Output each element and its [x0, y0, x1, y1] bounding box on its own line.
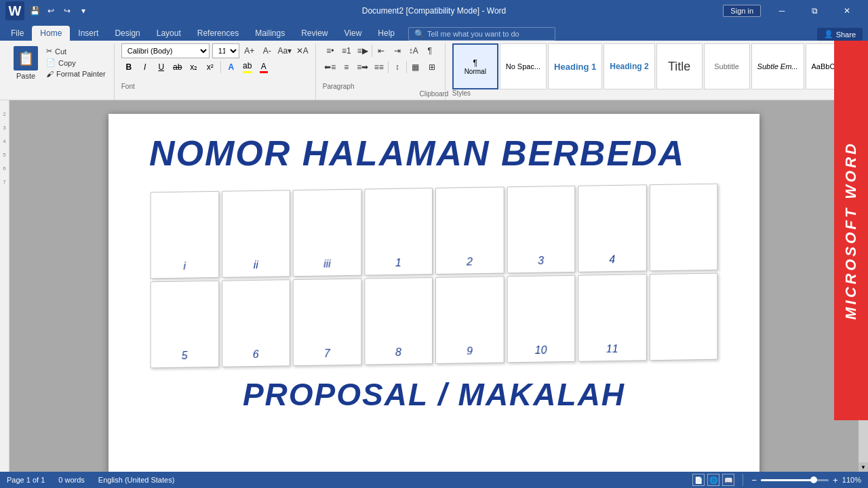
word-page[interactable]: NOMOR HALAMAN BERBEDA i ii iii 1 2 3 4 5…	[108, 114, 760, 472]
sort-button[interactable]: ↕A	[406, 43, 421, 58]
style-normal-icon: ¶	[473, 58, 477, 68]
style-no-spacing[interactable]: No Spac...	[500, 43, 547, 89]
shrink-font-button[interactable]: A-	[260, 43, 275, 58]
show-hide-button[interactable]: ¶	[422, 43, 437, 58]
para-row1: ≡• ≡1 ≡▶ ⇤ ⇥ ↕A ¶	[323, 43, 437, 58]
minimize-button[interactable]: ─	[766, 0, 797, 22]
text-effects-button[interactable]: A	[224, 60, 239, 75]
font-color-button[interactable]: A	[256, 60, 271, 75]
undo-quick-btn[interactable]: ↩	[45, 5, 57, 17]
zoom-out-button[interactable]: −	[751, 475, 757, 485]
clipboard-group-label: Clipboard	[0, 90, 868, 98]
pages-grid: i ii iii 1 2 3 4 5 6 7 8 9 10 11	[151, 184, 718, 369]
increase-indent-button[interactable]: ⇥	[390, 43, 405, 58]
tab-references[interactable]: References	[189, 26, 247, 41]
side-banner: MICROSOFT WORD	[834, 41, 868, 420]
customize-quick-btn[interactable]: ▾	[77, 5, 90, 17]
underline-button[interactable]: U	[154, 60, 169, 75]
tab-mailings[interactable]: Mailings	[247, 26, 293, 41]
change-case-button[interactable]: Aa▾	[277, 43, 292, 58]
bold-button[interactable]: B	[121, 60, 136, 75]
style-heading2-label: Heading 2	[610, 62, 648, 71]
mini-page-2: 2	[435, 187, 504, 275]
justify-button[interactable]: ≡≡	[372, 60, 387, 75]
restore-button[interactable]: ⧉	[799, 0, 830, 22]
font-name-select[interactable]: Calibri (Body)	[121, 43, 210, 58]
ribbon-tabs: File Home Insert Design Layout Reference…	[0, 22, 868, 41]
cut-button[interactable]: ✂ Cut	[43, 46, 108, 56]
ribbon-wrapper: 📋 Paste ✂ Cut 📄 Copy 🖌 Format Painter Cl…	[0, 41, 868, 100]
print-layout-view[interactable]: 📄	[692, 474, 705, 486]
clipboard-right: ✂ Cut 📄 Copy 🖌 Format Painter	[43, 43, 108, 79]
line-spacing-button[interactable]: ↕	[390, 60, 405, 75]
mini-page-10: 10	[507, 275, 575, 363]
style-heading1[interactable]: Heading 1	[548, 43, 602, 89]
mini-page-4: 4	[578, 184, 646, 272]
style-subtle-em[interactable]: Subtle Em...	[751, 43, 804, 89]
language: English (United States)	[98, 476, 175, 484]
tab-insert[interactable]: Insert	[70, 26, 106, 41]
numbering-button[interactable]: ≡1	[339, 43, 354, 58]
grow-font-button[interactable]: A+	[242, 43, 257, 58]
style-normal[interactable]: ¶ Normal	[452, 43, 498, 89]
window-controls: ─ ⧉ ✕	[766, 0, 863, 22]
mini-page-9: 9	[435, 277, 504, 365]
document-title: Document2 [Compatibility Mode] - Word	[362, 6, 507, 16]
mini-page-3: 3	[507, 186, 575, 274]
align-left-button[interactable]: ⬅≡	[323, 60, 338, 75]
ruler-mark-4: 4	[3, 134, 5, 148]
save-quick-btn[interactable]: 💾	[28, 5, 41, 17]
superscript-button[interactable]: x²	[203, 60, 218, 75]
italic-button[interactable]: I	[138, 60, 153, 75]
paste-button[interactable]: 📋 Paste	[8, 43, 43, 83]
style-no-spacing-label: No Spac...	[506, 62, 540, 70]
highlight-button[interactable]: ab	[240, 60, 255, 75]
borders-button[interactable]: ⊞	[425, 60, 439, 75]
style-subtitle[interactable]: Subtitle	[704, 43, 750, 89]
page-container: NOMOR HALAMAN BERBEDA i ii iii 1 2 3 4 5…	[9, 100, 859, 472]
copy-button[interactable]: 📄 Copy	[43, 58, 108, 68]
tab-view[interactable]: View	[336, 26, 370, 41]
tell-me-input[interactable]	[427, 30, 549, 38]
style-title[interactable]: Title	[656, 43, 703, 89]
zoom-slider-track[interactable]	[761, 479, 829, 481]
tab-layout[interactable]: Layout	[149, 26, 189, 41]
shading-button[interactable]: ▦	[408, 60, 423, 75]
tell-me-bar[interactable]: 🔍	[408, 27, 555, 41]
tab-help[interactable]: Help	[370, 26, 403, 41]
zoom-level: 110%	[842, 476, 861, 484]
subscript-button[interactable]: x₂	[186, 60, 201, 75]
style-heading2[interactable]: Heading 2	[604, 43, 654, 89]
mini-page-blank1	[649, 184, 717, 272]
decrease-indent-button[interactable]: ⇤	[374, 43, 389, 58]
zoom-bar: − + 110%	[751, 475, 861, 485]
align-right-button[interactable]: ≡➡	[355, 60, 370, 75]
font-size-select[interactable]: 11	[212, 43, 239, 58]
format-painter-icon: 🖌	[46, 70, 54, 78]
close-button[interactable]: ✕	[831, 0, 863, 22]
font-separator	[220, 61, 221, 73]
zoom-slider-thumb[interactable]	[810, 476, 817, 483]
zoom-in-button[interactable]: +	[833, 475, 838, 485]
align-center-button[interactable]: ≡	[339, 60, 354, 75]
format-painter-button[interactable]: 🖌 Format Painter	[43, 69, 108, 79]
clear-format-button[interactable]: ✕A	[295, 43, 310, 58]
read-view[interactable]: 📖	[722, 474, 734, 486]
para-sep1	[372, 45, 372, 57]
sign-in-button[interactable]: Sign in	[723, 5, 761, 17]
para-sep3	[406, 61, 407, 73]
tab-review[interactable]: Review	[293, 26, 336, 41]
mini-page-iii: iii	[293, 189, 361, 277]
multilevel-button[interactable]: ≡▶	[355, 43, 370, 58]
tab-home[interactable]: Home	[32, 26, 70, 41]
scroll-down-button[interactable]: ▼	[859, 462, 868, 472]
redo-quick-btn[interactable]: ↪	[61, 5, 73, 17]
share-button[interactable]: 👤 Share	[817, 28, 863, 41]
web-layout-view[interactable]: 🌐	[707, 474, 719, 486]
bullets-button[interactable]: ≡•	[323, 43, 338, 58]
tab-file[interactable]: File	[3, 26, 32, 41]
tab-design[interactable]: Design	[106, 26, 148, 41]
cut-icon: ✂	[46, 47, 52, 56]
strikethrough-button[interactable]: ab	[170, 60, 185, 75]
share-icon: 👤	[824, 30, 833, 39]
